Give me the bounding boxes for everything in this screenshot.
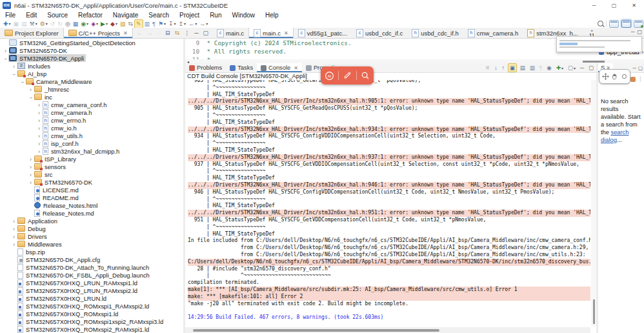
cpp-perspective-icon[interactable]: [621, 20, 631, 28]
tree-item[interactable]: STM32N6570-DK: [0, 178, 183, 186]
maximize-icon[interactable]: ▢: [202, 29, 210, 37]
tree-item[interactable]: Drivers: [0, 232, 183, 240]
expand-arrow-icon[interactable]: [36, 125, 42, 132]
expand-arrow-icon[interactable]: [3, 47, 8, 54]
expand-arrow-icon[interactable]: [11, 241, 17, 248]
pin-console-icon[interactable]: ◉ ▾: [545, 64, 552, 72]
save-button[interactable]: ▣ ▾: [12, 20, 21, 28]
tree-item[interactable]: bsp.zip: [0, 248, 183, 256]
minimize-icon[interactable]: ─ ▾: [579, 64, 585, 72]
menu-navigate[interactable]: Navigate: [108, 10, 143, 19]
search-files-button[interactable]: ◎ ▾: [64, 20, 72, 28]
minimize-icon[interactable]: ─: [631, 29, 635, 35]
expand-arrow-icon[interactable]: [11, 217, 17, 225]
tree-item[interactable]: STM32N657X0HXQ_ROMxspi2_RAMxspi1.ld: [0, 325, 183, 333]
menu-source[interactable]: Source: [42, 10, 73, 19]
next-annotation-dropdown[interactable]: ↧ ▾: [167, 20, 177, 28]
minimize-icon[interactable]: ─: [633, 65, 636, 71]
expand-arrow-icon[interactable]: [11, 318, 17, 325]
expand-arrow-icon[interactable]: [11, 63, 17, 70]
link-with-editor-icon[interactable]: ⇆: [174, 29, 181, 37]
tree-item[interactable]: src: [0, 170, 183, 178]
tree-item[interactable]: STM32N657X0HXQ_LRUN.ld: [0, 294, 183, 302]
forward-icon[interactable]: →: [146, 29, 154, 37]
tree-item[interactable]: cmw_errno.h: [0, 116, 183, 124]
debug-dropdown[interactable]: ◉ ▾: [79, 20, 90, 28]
tab-usbd-cdc-if-h[interactable]: h usbd_cdc_if.h ✕: [407, 28, 463, 38]
coverage-dropdown[interactable]: ◈ ▾: [90, 20, 99, 28]
pan-tool-icon[interactable]: [602, 73, 609, 80]
tree-item[interactable]: cmw_utils.h: [0, 132, 183, 139]
expand-arrow-icon[interactable]: [11, 287, 17, 294]
tree-item[interactable]: Includes: [0, 62, 183, 70]
highlighter-button[interactable]: ✎ ▾: [134, 19, 143, 28]
expand-arrow-icon[interactable]: [11, 264, 17, 271]
expand-arrow-icon[interactable]: [3, 39, 8, 46]
show-whitespace-button[interactable]: ¶ ▾: [151, 20, 157, 28]
expand-arrow-icon[interactable]: [11, 279, 17, 287]
tab-problems[interactable]: Problems ✕: [185, 63, 226, 72]
annotations-button[interactable]: ▥ ▾: [143, 20, 152, 28]
tree-item[interactable]: Release_Notes.html: [0, 201, 183, 209]
expand-arrow-icon[interactable]: [19, 78, 25, 85]
save-all-button[interactable]: ▤ ▾: [20, 20, 28, 28]
tab-console[interactable]: Console ✕: [257, 63, 302, 72]
redo-button[interactable]: ↻ ▾: [56, 20, 64, 28]
collapse-all-icon[interactable]: ⊟: [164, 29, 172, 37]
tree-item[interactable]: sensors: [0, 163, 183, 170]
menu-window[interactable]: Window: [226, 10, 260, 19]
tab-tasks[interactable]: Tasks ✕: [226, 63, 257, 72]
expand-arrow-icon[interactable]: [36, 132, 42, 139]
tree-item[interactable]: ISP_Library: [0, 155, 183, 163]
expand-arrow-icon[interactable]: [28, 86, 34, 93]
tree-item[interactable]: STM32N657X0HXQ_LRUN_RAMxspi1.ld: [0, 279, 183, 287]
minimize-button[interactable]: ─: [584, 0, 604, 10]
console-horizontal-scrollbar[interactable]: [185, 327, 590, 333]
tree-item[interactable]: STM32N657X0HXQ_ROMxspi1_RAMxspi2.ld: [0, 302, 183, 310]
tree-item[interactable]: AI_bsp: [0, 70, 183, 77]
tree-item[interactable]: Application: [0, 217, 183, 225]
display-console-dropdown[interactable]: ▢ ▾: [567, 64, 577, 72]
scrollbar-thumb[interactable]: [193, 329, 439, 332]
build-dropdown[interactable]: ⚒ ▾: [28, 20, 39, 28]
new-wizard-dropdown[interactable]: ✚ ▾: [2, 20, 12, 28]
maximize-icon[interactable]: ▢: [638, 65, 643, 71]
menu-file[interactable]: File: [0, 10, 21, 19]
scroll-lock-icon[interactable]: ▥ ▾: [528, 64, 536, 72]
back-dropdown[interactable]: ← ▾: [187, 20, 198, 28]
tree-item[interactable]: README.md: [0, 194, 183, 201]
expand-arrow-icon[interactable]: [28, 171, 34, 178]
device-config-perspective-icon[interactable]: [634, 20, 643, 28]
tree-item[interactable]: Release_Notes.md: [0, 209, 183, 217]
expand-arrow-icon[interactable]: [28, 194, 34, 201]
ai-badge-icon[interactable]: AI: [325, 71, 334, 81]
expand-arrow-icon[interactable]: [11, 295, 17, 302]
tree-item[interactable]: _htmresc: [0, 85, 183, 93]
close-icon[interactable]: ✕: [123, 30, 128, 36]
show-console-on-output-icon[interactable]: ▣ ▾: [508, 63, 517, 72]
tree-item[interactable]: stm32n6xx_hal_dcmipp.h: [0, 147, 183, 155]
terminal-button[interactable]: ▦ ▾: [72, 20, 80, 28]
tab-main-c[interactable]: c main.c ✕: [212, 28, 248, 38]
tree-item[interactable]: STM32N6_GettingStarted_ObjectDetection: [0, 39, 183, 46]
up-icon[interactable]: ◌: [156, 29, 162, 37]
expand-arrow-icon[interactable]: [11, 272, 17, 279]
clear-console-icon[interactable]: ▤ ▾: [519, 64, 527, 72]
tree-item[interactable]: cmw_camera.h: [0, 108, 183, 116]
tree-item[interactable]: Camera_Middleware: [0, 77, 183, 85]
expand-arrow-icon[interactable]: [28, 210, 34, 217]
expand-arrow-icon[interactable]: [28, 163, 34, 170]
link-tool-button[interactable]: ⇆ ▾: [126, 20, 134, 28]
undo-button[interactable]: ↺ ▾: [49, 20, 57, 28]
expand-arrow-icon[interactable]: [36, 140, 42, 147]
close-icon[interactable]: ✕: [294, 65, 298, 71]
tree-item[interactable]: STM32N657X0HXQ_LRUN_RAMxspi2.ld: [0, 287, 183, 294]
forward-dropdown[interactable]: → ▾: [198, 20, 209, 28]
expand-arrow-icon[interactable]: [28, 187, 34, 194]
maximize-icon[interactable]: ▢: [637, 29, 642, 35]
tree-item[interactable]: cmw_camera_conf.h: [0, 101, 183, 108]
expand-arrow-icon[interactable]: [28, 179, 34, 186]
view-menu-icon[interactable]: ⋮: [638, 76, 643, 82]
open-console-dropdown[interactable]: ✚ ▾: [555, 64, 565, 72]
terminate-icon[interactable]: ✖ ▾: [484, 64, 491, 72]
